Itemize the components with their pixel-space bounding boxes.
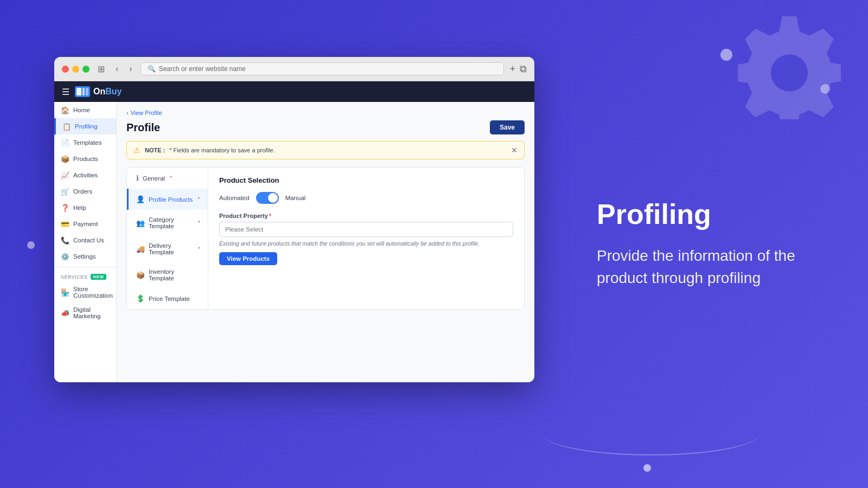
profile-menu: ℹ General * 👤 Profile Products * 👥 Categ… — [127, 168, 208, 309]
sidebar-item-contact-us[interactable]: 📞 Contact Us — [54, 232, 116, 248]
svg-rect-3 — [86, 88, 88, 95]
profile-products-icon: 👤 — [136, 195, 145, 203]
sidebar-item-products[interactable]: 📦 Products — [54, 151, 116, 167]
menu-inventory-template-label: Inventory Template — [149, 268, 200, 281]
activities-icon: 📈 — [61, 171, 69, 179]
breadcrumb[interactable]: ‹ View Profile — [126, 110, 525, 116]
home-icon: 🏠 — [61, 106, 69, 114]
payment-icon: 💳 — [61, 220, 69, 228]
toggle-row: Automated Manual — [219, 192, 513, 204]
profile-menu-profile-products[interactable]: 👤 Profile Products * — [127, 189, 208, 210]
bg-gear-icon — [738, 16, 841, 119]
sidebar-item-activities[interactable]: 📈 Activities — [54, 167, 116, 183]
save-button[interactable]: Save — [490, 120, 525, 134]
category-required-star: * — [198, 220, 200, 226]
search-icon: 🔍 — [148, 65, 156, 73]
sidebar-item-settings[interactable]: ⚙️ Settings — [54, 248, 116, 265]
breadcrumb-chevron: ‹ — [126, 110, 129, 116]
product-property-select[interactable]: Please Select — [219, 222, 513, 237]
sidebar-toggle-btn[interactable]: ⊞ — [95, 63, 107, 75]
right-panel-title: Profiling — [597, 199, 825, 230]
right-panel: Profiling Provide the information of the… — [597, 199, 825, 289]
logo-icon — [75, 86, 90, 97]
profiling-icon: 📋 — [62, 122, 71, 131]
settings-icon: ⚙️ — [61, 252, 69, 261]
browser-window: ⊞ ‹ › 🔍 Search or enter website name + ⧉… — [54, 57, 534, 382]
browser-chrome: ⊞ ‹ › 🔍 Search or enter website name + ⧉ — [54, 57, 534, 81]
section-title: Product Selection — [219, 176, 513, 184]
automated-manual-toggle[interactable] — [256, 192, 279, 204]
forward-btn[interactable]: › — [126, 63, 135, 75]
top-nav-bar: ☰ OnBuy — [54, 81, 534, 102]
back-btn[interactable]: ‹ — [113, 63, 121, 75]
product-property-field: Product Property* Please Select Existing… — [219, 213, 513, 265]
sidebar-item-store-customization[interactable]: 🏪 Store Customization — [54, 282, 116, 303]
store-icon: 🏪 — [61, 288, 69, 297]
profile-content-area: Product Selection Automated Manual — [208, 168, 524, 309]
sidebar-label-home: Home — [73, 107, 90, 113]
note-close-btn[interactable]: ✕ — [511, 146, 518, 155]
note-icon: ⚠ — [133, 146, 141, 155]
address-bar[interactable]: 🔍 Search or enter website name — [141, 62, 505, 75]
page-title: Profile — [126, 121, 160, 134]
sidebar-label-orders: Orders — [73, 188, 92, 195]
sidebar-item-help[interactable]: ❓ Help — [54, 200, 116, 216]
bg-circle-small — [720, 49, 732, 61]
right-panel-description: Provide the information of the product t… — [597, 245, 825, 289]
help-icon: ❓ — [61, 203, 69, 212]
category-template-icon: 👥 — [136, 219, 145, 227]
browser-actions: + ⧉ — [509, 63, 527, 75]
bg-curve-decoration — [542, 412, 760, 455]
profile-menu-category-template[interactable]: 👥 Category Template * — [127, 210, 208, 236]
sidebar-label-store-customization: Store Customization — [73, 286, 113, 299]
sidebar-label-digital-marketing: Digital Marketing — [73, 306, 110, 319]
services-label: SERVICES — [61, 274, 87, 280]
general-icon: ℹ — [136, 174, 139, 182]
profile-menu-delivery-template[interactable]: 🚚 Delivery Template * — [127, 236, 208, 262]
profile-menu-inventory-template[interactable]: 📦 Inventory Template — [127, 262, 208, 288]
marketing-icon: 📣 — [61, 309, 69, 317]
hamburger-menu-btn[interactable]: ☰ — [62, 87, 69, 97]
minimize-dot[interactable] — [72, 66, 79, 73]
sidebar-divider — [54, 267, 116, 267]
sidebar-label-settings: Settings — [73, 253, 96, 260]
bg-circle-medium — [820, 84, 830, 94]
sidebar-item-home[interactable]: 🏠 Home — [54, 102, 116, 118]
menu-category-template-label: Category Template — [149, 216, 193, 229]
delivery-template-icon: 🚚 — [136, 245, 145, 253]
bg-dot-left — [27, 241, 35, 249]
svg-rect-2 — [82, 88, 85, 95]
breadcrumb-text: View Profile — [131, 110, 162, 116]
sidebar-item-payment[interactable]: 💳 Payment — [54, 216, 116, 232]
menu-price-template-label: Price Template — [149, 296, 190, 302]
svg-point-0 — [771, 54, 808, 91]
note-label: NOTE : — [145, 147, 165, 153]
profile-products-required-star: * — [197, 196, 200, 202]
inventory-template-icon: 📦 — [136, 271, 145, 279]
sidebar: 🏠 Home 📋 Profiling 📄 Templates 📦 Product… — [54, 102, 117, 382]
sidebar-item-templates[interactable]: 📄 Templates — [54, 134, 116, 151]
toggle-manual-label: Manual — [285, 195, 306, 201]
maximize-dot[interactable] — [82, 66, 90, 73]
page-header: Profile Save — [126, 120, 525, 134]
address-text: Search or enter website name — [159, 65, 246, 73]
profile-menu-general[interactable]: ℹ General * — [127, 168, 208, 189]
sidebar-item-profiling[interactable]: 📋 Profiling — [54, 118, 116, 134]
sidebar-item-orders[interactable]: 🛒 Orders — [54, 183, 116, 200]
new-tab-btn[interactable]: + — [509, 63, 515, 75]
delivery-required-star: * — [198, 246, 200, 252]
services-section-header: SERVICES NEW — [54, 269, 116, 282]
new-badge: NEW — [91, 274, 106, 280]
view-products-button[interactable]: View Products — [219, 252, 277, 265]
close-dot[interactable] — [62, 66, 69, 73]
sidebar-label-help: Help — [73, 204, 86, 211]
sidebar-label-contact-us: Contact Us — [73, 237, 104, 243]
main-content: ‹ View Profile Profile Save ⚠ NOTE : * F… — [117, 102, 534, 382]
copy-tab-btn[interactable]: ⧉ — [520, 63, 527, 75]
sidebar-item-digital-marketing[interactable]: 📣 Digital Marketing — [54, 303, 116, 323]
sidebar-label-activities: Activities — [73, 172, 98, 178]
profile-menu-price-template[interactable]: 💲 Price Template — [127, 288, 208, 309]
product-property-label: Product Property* — [219, 213, 513, 219]
products-icon: 📦 — [61, 155, 69, 163]
menu-delivery-template-label: Delivery Template — [149, 242, 193, 255]
